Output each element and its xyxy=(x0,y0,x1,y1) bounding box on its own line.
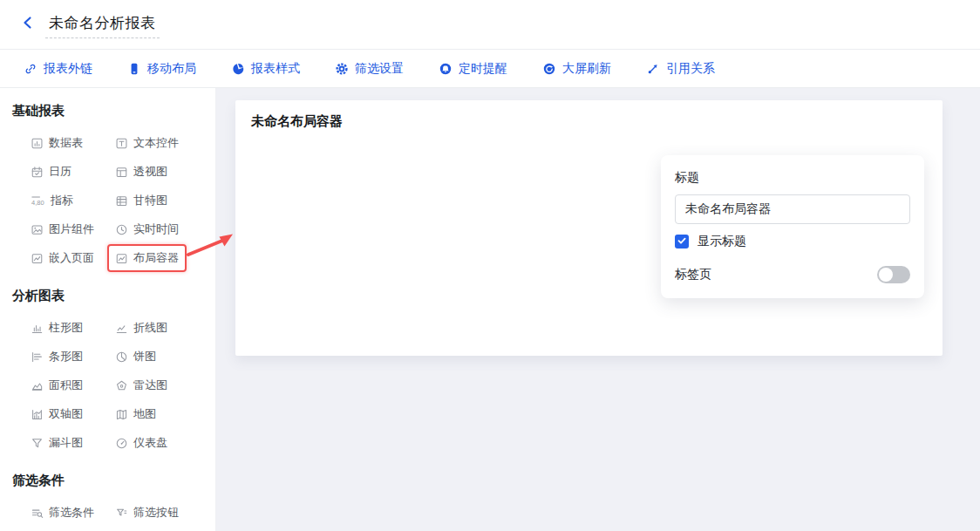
layout-container-icon xyxy=(115,252,128,265)
pivot-table-icon xyxy=(115,166,128,179)
show-title-checkbox[interactable] xyxy=(675,235,689,248)
gantt-icon xyxy=(115,194,128,208)
column-chart-icon xyxy=(31,322,44,335)
svg-text:4,80: 4,80 xyxy=(31,198,44,206)
widget-sidebar: 基础报表数据表文本控件日历透视图4,80指标甘特图图片组件实时时间嵌入页面布局容… xyxy=(0,88,216,531)
sidebar-item-label: 实时时间 xyxy=(133,221,179,237)
toolbar-item-bell[interactable]: 定时提醒 xyxy=(439,61,507,77)
sidebar-item-label: 面积图 xyxy=(49,378,83,393)
sidebar-section-title: 基础报表 xyxy=(12,103,215,119)
container-settings-panel: 标题 显示标题 标签页 xyxy=(661,155,924,298)
funnel-chart-icon xyxy=(31,437,44,450)
sidebar-item-map[interactable]: 地图 xyxy=(113,405,158,423)
sidebar-item-dual-axis[interactable]: 双轴图 xyxy=(29,405,85,423)
sidebar-item-layout-container[interactable]: 布局容器 xyxy=(113,249,180,267)
sidebar-item-image[interactable]: 图片组件 xyxy=(29,221,96,238)
canvas-area: 未命名布局容器 标题 显示标题 标签页 xyxy=(216,88,980,531)
toolbar-item-label: 引用关系 xyxy=(666,61,715,77)
sidebar-item-calendar[interactable]: 日历 xyxy=(29,163,73,180)
refresh-icon xyxy=(542,62,556,76)
sidebar-item-radar-chart[interactable]: 雷达图 xyxy=(113,377,169,394)
sidebar-item-label: 仪表盘 xyxy=(133,435,167,451)
sidebar-item-label: 透视图 xyxy=(133,164,167,180)
sidebar-item-funnel-chart[interactable]: 漏斗图 xyxy=(29,434,85,452)
image-icon xyxy=(31,223,44,236)
sidebar-section: 分析图表柱形图折线图条形图饼图面积图雷达图双轴图地图漏斗图仪表盘 xyxy=(12,288,215,452)
check-icon xyxy=(677,234,687,249)
gear-icon xyxy=(335,62,349,76)
toolbar-item-refresh[interactable]: 大屏刷新 xyxy=(542,61,611,77)
mobile-icon xyxy=(127,62,141,76)
sidebar-item-line-chart[interactable]: 折线图 xyxy=(113,319,169,337)
sidebar-item-label: 双轴图 xyxy=(49,406,83,422)
toolbar-item-pie-style[interactable]: 报表样式 xyxy=(231,61,300,77)
sidebar-item-label: 漏斗图 xyxy=(49,435,83,451)
toolbar-item-label: 定时提醒 xyxy=(459,61,507,77)
sidebar-item-clock[interactable]: 实时时间 xyxy=(113,221,180,238)
toolbar-item-label: 大屏刷新 xyxy=(562,61,611,77)
sidebar-item-gantt[interactable]: 甘特图 xyxy=(113,192,169,209)
map-icon xyxy=(115,408,128,421)
toolbar-item-link[interactable]: 报表外链 xyxy=(24,61,92,77)
back-button[interactable] xyxy=(19,16,37,33)
sidebar-item-label: 折线图 xyxy=(133,320,167,336)
sidebar-item-label: 条形图 xyxy=(49,349,83,364)
sidebar-item-label: 文本控件 xyxy=(133,135,179,151)
sidebar-item-label: 布局容器 xyxy=(133,250,179,266)
bell-icon xyxy=(439,62,453,76)
toolbar-item-label: 报表外链 xyxy=(44,61,92,77)
indicator-icon: 4,80 xyxy=(31,194,45,208)
sidebar-item-label: 指标 xyxy=(51,193,73,208)
sidebar-item-pivot-table[interactable]: 透视图 xyxy=(113,163,169,180)
toolbar-item-mobile[interactable]: 移动布局 xyxy=(127,61,196,77)
link-icon xyxy=(24,62,37,76)
sidebar-item-label: 嵌入页面 xyxy=(49,250,94,266)
sidebar-item-label: 甘特图 xyxy=(133,193,167,208)
pie-chart-icon xyxy=(115,351,128,364)
sidebar-item-text-widget[interactable]: 文本控件 xyxy=(113,134,180,152)
text-widget-icon xyxy=(115,137,128,150)
sidebar-section-title: 筛选条件 xyxy=(12,473,215,489)
show-title-label: 显示标题 xyxy=(698,234,746,249)
calendar-icon xyxy=(31,166,44,179)
toolbar-item-label: 移动布局 xyxy=(147,61,196,77)
container-title-input[interactable] xyxy=(675,194,910,224)
sidebar-item-label: 图片组件 xyxy=(49,221,94,237)
area-chart-icon xyxy=(31,379,44,392)
tabs-toggle[interactable] xyxy=(877,266,910,283)
embed-page-icon xyxy=(31,252,44,265)
title-field-label: 标题 xyxy=(675,170,910,186)
sidebar-item-column-chart[interactable]: 柱形图 xyxy=(29,319,85,337)
toggle-knob xyxy=(879,268,893,282)
sidebar-item-gauge[interactable]: 仪表盘 xyxy=(113,434,169,452)
sidebar-item-label: 柱形图 xyxy=(49,320,83,336)
dual-axis-icon xyxy=(31,408,44,421)
data-table-icon xyxy=(31,137,44,150)
sidebar-item-label: 地图 xyxy=(133,406,156,422)
sidebar-item-label: 日历 xyxy=(49,164,71,180)
filter-condition-icon xyxy=(31,507,44,520)
chevron-left-icon xyxy=(21,16,35,33)
sidebar-item-filter-condition[interactable]: 筛选条件 xyxy=(29,504,96,521)
layout-container-title: 未命名布局容器 xyxy=(235,100,943,143)
gauge-icon xyxy=(115,437,128,450)
sidebar-section-title: 分析图表 xyxy=(12,288,215,304)
radar-chart-icon xyxy=(115,379,128,392)
sidebar-item-label: 筛选条件 xyxy=(49,505,94,521)
sidebar-item-pie-chart[interactable]: 饼图 xyxy=(113,348,158,365)
sidebar-item-filter-button[interactable]: 筛选按钮 xyxy=(113,504,180,521)
sidebar-item-embed-page[interactable]: 嵌入页面 xyxy=(29,249,96,267)
sidebar-item-area-chart[interactable]: 面积图 xyxy=(29,377,85,394)
sidebar-item-data-table[interactable]: 数据表 xyxy=(29,134,85,152)
filter-button-icon xyxy=(115,507,128,520)
sidebar-item-indicator[interactable]: 4,80指标 xyxy=(29,192,75,209)
report-title[interactable]: 未命名分析报表 xyxy=(45,11,160,38)
toolbar-item-label: 报表样式 xyxy=(251,61,300,77)
sidebar-item-label: 筛选按钮 xyxy=(133,505,179,521)
sidebar-item-label: 数据表 xyxy=(49,135,83,151)
toolbar-item-reference[interactable]: 引用关系 xyxy=(646,61,715,77)
sidebar-item-bar-chart[interactable]: 条形图 xyxy=(29,348,85,365)
reference-icon xyxy=(646,62,660,76)
tabs-label: 标签页 xyxy=(675,267,711,283)
toolbar-item-gear[interactable]: 筛选设置 xyxy=(335,61,404,77)
